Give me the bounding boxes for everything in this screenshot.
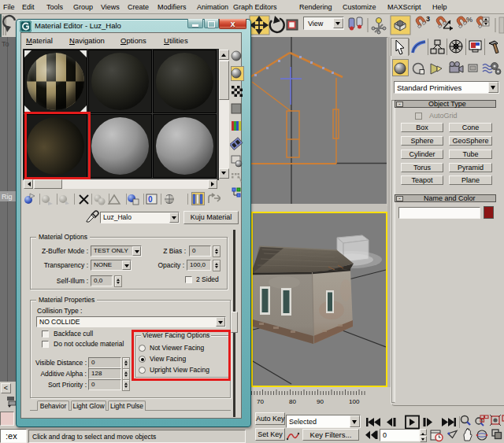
svg-text:0: 0 — [148, 195, 153, 204]
